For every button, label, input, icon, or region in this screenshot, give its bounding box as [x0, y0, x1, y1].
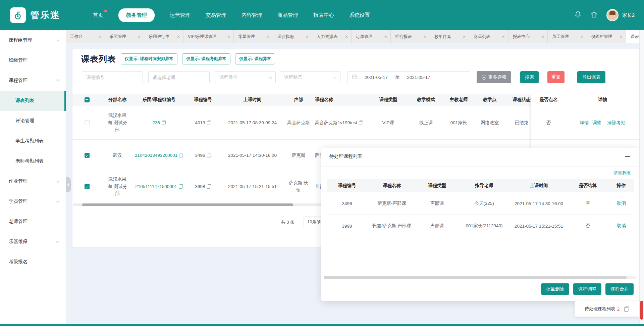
teacher-input[interactable]: [148, 71, 210, 83]
tab-vip-course[interactable]: VIP/乐理课管理×: [183, 30, 234, 43]
close-icon[interactable]: ×: [177, 34, 180, 39]
tab-teaching-accomp[interactable]: 教学伴奏×: [430, 30, 469, 43]
sidebar-item-course-mgmt[interactable]: 课程管理: [0, 71, 66, 91]
close-icon[interactable]: ×: [345, 34, 348, 39]
copy-icon[interactable]: [207, 184, 211, 189]
copy-stack-icon[interactable]: [624, 307, 629, 312]
menu-content[interactable]: 内容管理: [241, 12, 262, 19]
menu-reports[interactable]: 报表中心: [313, 12, 334, 19]
minimize-icon[interactable]: [625, 156, 630, 157]
course-type-select[interactable]: 课程类型: [215, 71, 276, 83]
menu-academic[interactable]: 教务管理: [118, 8, 155, 22]
cancel-link[interactable]: 取消: [617, 200, 626, 206]
close-icon[interactable]: ×: [306, 34, 309, 39]
sidebar-collapse-handle[interactable]: [66, 177, 71, 192]
brand-logo[interactable]: 管乐迷: [10, 7, 86, 23]
clear-attendance-link[interactable]: 清除考勤: [607, 119, 626, 127]
course-status-select[interactable]: 课程状态: [280, 71, 340, 83]
close-icon[interactable]: ×: [138, 34, 141, 39]
notification-dot: [104, 10, 107, 12]
tab-hr-table[interactable]: 人力资源表×: [312, 30, 352, 43]
date-start[interactable]: 2021-05-17: [365, 75, 388, 80]
close-icon[interactable]: ×: [384, 34, 387, 39]
course-adjust-button[interactable]: 课程调整: [573, 283, 601, 295]
avatar[interactable]: [606, 9, 619, 21]
bell-icon[interactable]: [574, 10, 582, 20]
sidebar-item-student-mgmt[interactable]: 学员管理: [0, 191, 66, 212]
scrollbar-thumb[interactable]: [82, 203, 293, 206]
scrollbar-thumb-red[interactable]: [640, 301, 643, 320]
group-no-link[interactable]: 21042013493200001: [135, 152, 178, 159]
copy-icon[interactable]: [207, 121, 211, 125]
close-icon[interactable]: ×: [502, 34, 505, 39]
close-icon[interactable]: ×: [227, 34, 230, 39]
home-icon[interactable]: [590, 10, 598, 20]
copy-icon[interactable]: [179, 153, 183, 157]
chip-attendance-anomaly[interactable]: 仅显示: 课程考勤异常: [182, 53, 230, 64]
select-all-checkbox[interactable]: [85, 97, 90, 102]
tab-sidebar-mgmt[interactable]: 侧边栏管理×: [587, 30, 626, 43]
copy-icon[interactable]: [162, 121, 166, 125]
group-no-link[interactable]: 236: [152, 119, 160, 127]
group-no-link[interactable]: 21051111471500001: [135, 183, 177, 190]
close-icon[interactable]: ×: [620, 34, 623, 39]
sidebar-item-instrument-maintenance[interactable]: 乐器维保: [0, 232, 66, 252]
panel-row: 3998 长笛/萨克斯-声部课 声部课 001家长(2112940) 2021-…: [327, 215, 634, 237]
copy-icon[interactable]: [179, 184, 183, 189]
more-options-button[interactable]: 更多选项: [477, 71, 511, 83]
cancel-link[interactable]: 取消: [617, 223, 626, 229]
chevron-down-icon: [269, 75, 272, 79]
adjust-link[interactable]: 调整: [592, 119, 601, 127]
row-checkbox[interactable]: [85, 153, 90, 158]
date-end[interactable]: 2021-05-17: [407, 75, 430, 80]
date-range-picker[interactable]: 2021-05-17 至 2021-05-17: [347, 71, 470, 83]
sidebar-item-class-mgmt[interactable]: 班级管理: [0, 50, 66, 71]
close-icon[interactable]: ×: [463, 34, 466, 39]
tab-report-center[interactable]: 报表中心×: [508, 30, 548, 43]
tab-orders[interactable]: 订单管理×: [352, 30, 391, 43]
detail-link[interactable]: 详情: [580, 119, 589, 127]
sidebar-item-exam-registration[interactable]: 考级报名: [0, 252, 66, 272]
close-icon[interactable]: ×: [541, 34, 544, 39]
copy-icon[interactable]: [359, 121, 363, 125]
chip-time-anomaly[interactable]: 仅显示: 课程时间安排异常: [121, 53, 177, 64]
clear-list-link[interactable]: 清空列表: [613, 170, 631, 176]
chip-course-anomaly[interactable]: 仅显示: 课程异常: [235, 53, 275, 64]
close-icon[interactable]: ×: [424, 34, 426, 39]
tab-ops-metrics[interactable]: 运营指标×: [273, 30, 312, 43]
sidebar-item-student-attendance[interactable]: 学生考勤列表: [0, 131, 66, 151]
close-icon[interactable]: ×: [99, 34, 101, 39]
sidebar-item-homework-mgmt[interactable]: 作业管理: [0, 171, 66, 191]
copy-icon[interactable]: [207, 153, 211, 157]
menu-products[interactable]: 商品管理: [277, 12, 298, 19]
close-icon[interactable]: ×: [581, 34, 583, 39]
tab-workbench[interactable]: 工作台×: [66, 30, 105, 43]
row-checkbox[interactable]: [85, 184, 90, 189]
sidebar-item-teacher-mgmt[interactable]: 老师管理: [0, 212, 66, 232]
row-checkbox[interactable]: [85, 120, 90, 125]
menu-settings[interactable]: 系统设置: [349, 12, 370, 19]
sidebar-item-schedule-list[interactable]: 课表列表: [0, 91, 66, 111]
export-button[interactable]: 导出课表: [577, 71, 605, 83]
course-no-input[interactable]: [82, 71, 143, 83]
menu-home[interactable]: 首页: [93, 12, 103, 19]
menu-transactions[interactable]: 交易管理: [206, 12, 226, 19]
username[interactable]: 家长2: [622, 12, 635, 18]
close-icon[interactable]: ×: [267, 34, 269, 39]
tab-staff-mgmt[interactable]: 员工管理×: [548, 30, 587, 43]
tab-orchestra-mgmt[interactable]: 乐团管理×: [105, 30, 144, 43]
sidebar-item-teacher-attendance[interactable]: 老师考勤列表: [0, 151, 66, 171]
tab-business-report[interactable]: 经营报表×: [391, 30, 430, 43]
sidebar-item-comment-mgmt[interactable]: 评论管理: [0, 111, 66, 131]
sidebar-item-course-group-mgmt[interactable]: 课程组管理: [0, 30, 66, 50]
search-button[interactable]: 搜索: [520, 71, 539, 83]
tab-sporadic[interactable]: 零星管理×: [234, 30, 273, 43]
reset-button[interactable]: 重置: [547, 71, 565, 83]
batch-delete-button[interactable]: 批量删除: [541, 283, 569, 295]
scrollbar-thumb[interactable]: [324, 276, 627, 279]
menu-operations[interactable]: 运营管理: [170, 12, 191, 19]
tab-product-list[interactable]: 商品列表×: [469, 30, 508, 43]
tab-orchestra-ongoing[interactable]: 乐团进行中×: [144, 30, 183, 43]
course-merge-button[interactable]: 课程合并: [605, 283, 634, 295]
pending-courses-dock[interactable]: 待处理课程列表 2: [575, 301, 639, 317]
